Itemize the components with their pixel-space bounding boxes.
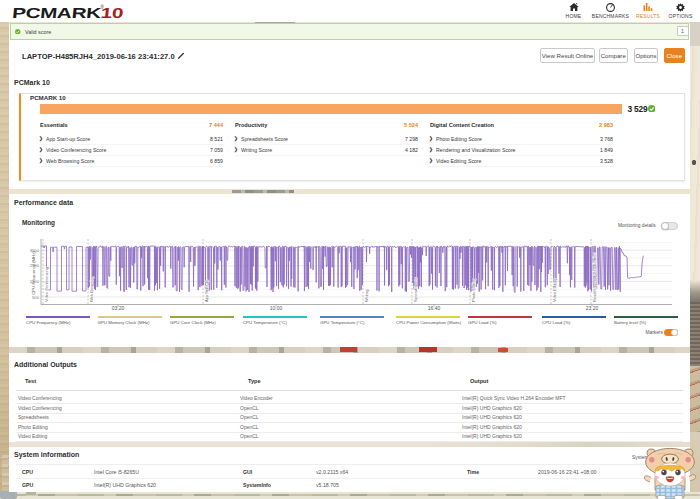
- svg-text:16:40: 16:40: [428, 305, 441, 311]
- svg-text:23:20: 23:20: [586, 305, 599, 311]
- svg-text:App Start-up: App Start-up: [204, 279, 209, 302]
- svg-text:Video Editing: Video Editing: [552, 279, 557, 303]
- svg-text:Photo Editing: Photo Editing: [471, 278, 476, 302]
- svg-text:Video Conferencing: Video Conferencing: [44, 267, 49, 302]
- svg-text:Writing: Writing: [364, 290, 369, 302]
- svg-text:Rendering and Visualization: Rendering and Visualization: [592, 252, 597, 302]
- svg-text:10:00: 10:00: [270, 305, 283, 311]
- svg-text:03:20: 03:20: [112, 305, 125, 311]
- svg-text:Web Browsing: Web Browsing: [89, 276, 94, 302]
- svg-text:Spreadsheets: Spreadsheets: [413, 277, 418, 302]
- svg-text:CPU Frequency (MHz): CPU Frequency (MHz): [31, 251, 36, 295]
